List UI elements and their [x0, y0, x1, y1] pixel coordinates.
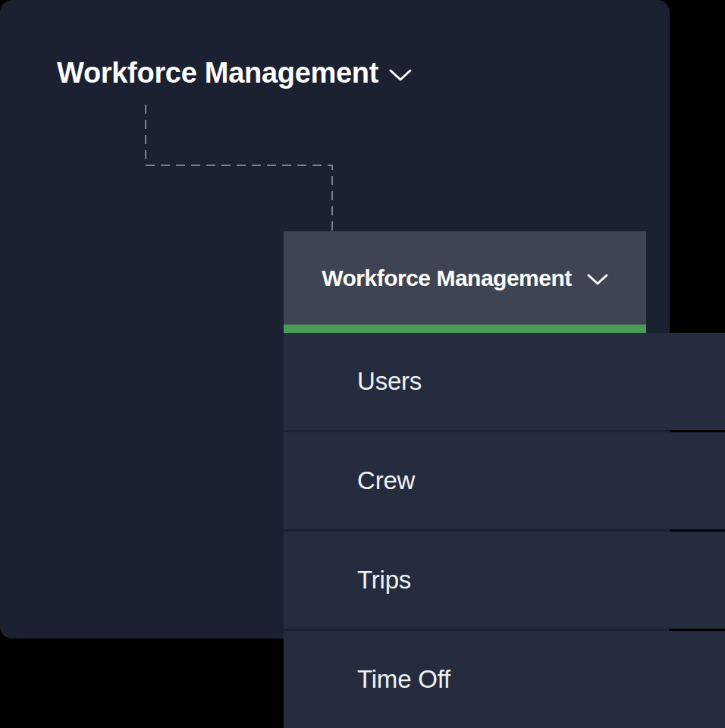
dropdown-menu: Users Crew Trips Time Off: [284, 333, 725, 728]
workspace-switcher[interactable]: Workforce Management: [57, 53, 412, 93]
menu-item-label: Users: [357, 367, 422, 396]
dropdown-trigger[interactable]: Workforce Management: [284, 231, 646, 325]
menu-item-label: Crew: [357, 466, 415, 495]
page-title: Workforce Management: [57, 57, 378, 89]
dropdown-title: Workforce Management: [322, 265, 572, 291]
menu-item-users[interactable]: Users: [284, 333, 725, 430]
active-accent-bar: [284, 325, 646, 333]
page: Workforce Management Workforce Managemen…: [0, 0, 725, 728]
menu-item-crew[interactable]: Crew: [284, 432, 725, 529]
menu-item-time-off[interactable]: Time Off: [284, 631, 725, 728]
menu-item-label: Time Off: [357, 665, 450, 694]
chevron-down-icon: [389, 69, 412, 82]
menu-item-label: Trips: [357, 566, 411, 595]
menu-item-trips[interactable]: Trips: [284, 532, 725, 629]
chevron-down-icon: [587, 274, 608, 286]
